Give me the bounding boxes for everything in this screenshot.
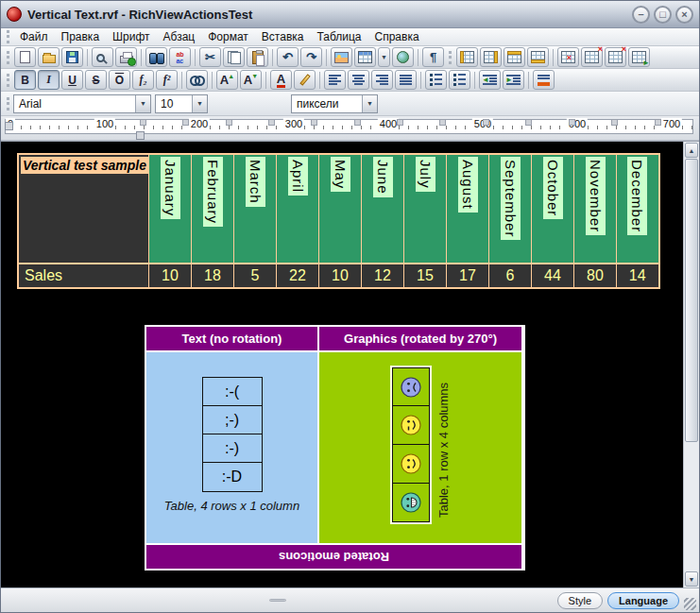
insert-row-above-button[interactable]: [504, 47, 525, 67]
column-marker[interactable]: [525, 119, 532, 126]
scrollbar-thumb[interactable]: [685, 159, 698, 442]
menu-edit[interactable]: Правка: [55, 28, 107, 45]
readability-button[interactable]: [186, 70, 208, 90]
copy-button[interactable]: [223, 47, 245, 67]
undo-button[interactable]: ↶: [277, 47, 299, 67]
column-marker[interactable]: [483, 119, 489, 126]
toolbar-table-grip[interactable]: [449, 51, 452, 64]
print-button[interactable]: [115, 47, 137, 67]
graphic-emoticons-cell[interactable]: Table, 1 row x 4 columns: [319, 352, 521, 543]
horizontal-ruler[interactable]: 0 100 200 300 400 500 600 700: [1, 116, 699, 141]
numbered-list-button[interactable]: [449, 70, 470, 90]
shrink-font-button[interactable]: A▼: [240, 70, 262, 90]
highlight-button[interactable]: [294, 70, 316, 90]
toolbar2-grip[interactable]: [7, 74, 9, 87]
italic-button[interactable]: I: [38, 70, 60, 90]
insert-picture-button[interactable]: [331, 47, 352, 67]
statusbar-handle[interactable]: [269, 599, 286, 602]
column-marker[interactable]: [354, 119, 361, 126]
superscript-button[interactable]: f²: [156, 70, 178, 90]
hyperlink-button[interactable]: [392, 47, 414, 67]
month-cell[interactable]: May: [319, 154, 362, 264]
merge-cells-button[interactable]: ►: [628, 47, 650, 67]
print-preview-button[interactable]: [92, 47, 113, 67]
insert-table-dropdown[interactable]: ▼: [378, 47, 390, 67]
insert-row-below-button[interactable]: [527, 47, 549, 67]
indent-marker[interactable]: [5, 122, 13, 130]
redo-button[interactable]: ↷: [300, 47, 322, 67]
column-marker[interactable]: [569, 119, 575, 126]
month-cell[interactable]: October: [532, 154, 574, 264]
new-document-button[interactable]: [14, 47, 36, 67]
column-marker[interactable]: [397, 119, 403, 126]
column-marker[interactable]: [226, 119, 232, 126]
indent-marker[interactable]: [136, 131, 145, 140]
increase-indent-button[interactable]: ►: [503, 70, 524, 90]
menu-paragraph[interactable]: Абзац: [157, 28, 202, 45]
delete-rows-button[interactable]: ×: [557, 47, 579, 67]
find-button[interactable]: [145, 47, 167, 67]
scroll-down-button[interactable]: ▼: [685, 571, 698, 587]
month-cell[interactable]: June: [362, 154, 404, 264]
replace-button[interactable]: abac: [169, 47, 191, 67]
fontbar-grip[interactable]: [7, 97, 9, 111]
menu-file[interactable]: Файл: [13, 28, 55, 45]
decrease-indent-button[interactable]: ◄: [479, 70, 501, 90]
language-button[interactable]: Language: [607, 592, 679, 609]
grow-font-button[interactable]: A▲: [216, 70, 238, 90]
column-marker[interactable]: [268, 119, 275, 126]
column-marker[interactable]: [611, 119, 618, 126]
caption-cell[interactable]: Vertical test sample: [18, 154, 149, 264]
font-size-select[interactable]: 10 ▼: [155, 94, 208, 113]
underline-button[interactable]: U: [61, 70, 83, 90]
close-button[interactable]: ×: [675, 6, 693, 24]
column-marker[interactable]: [311, 119, 317, 126]
bold-button[interactable]: B: [14, 70, 36, 90]
menu-grip[interactable]: [7, 30, 9, 43]
insert-column-right-button[interactable]: [480, 47, 502, 67]
resize-grip[interactable]: [684, 598, 696, 610]
insert-table-button[interactable]: [354, 47, 376, 67]
cut-button[interactable]: ✂: [199, 47, 221, 67]
paragraph-color-button[interactable]: [533, 70, 555, 90]
strikethrough-button[interactable]: S: [85, 70, 107, 90]
scroll-up-button[interactable]: ▲: [685, 143, 698, 158]
insert-column-left-button[interactable]: [456, 47, 478, 67]
align-right-button[interactable]: [371, 70, 393, 90]
overline-button[interactable]: O: [109, 70, 130, 90]
subscript-button[interactable]: f₂: [132, 70, 154, 90]
sales-table[interactable]: Vertical test sample January February Ma…: [17, 153, 660, 289]
menu-font[interactable]: Шрифт: [106, 28, 156, 45]
align-center-button[interactable]: [348, 70, 369, 90]
column-marker[interactable]: [182, 119, 189, 126]
toolbar1-grip[interactable]: [7, 51, 9, 64]
align-left-button[interactable]: [324, 70, 346, 90]
column-marker[interactable]: [655, 119, 661, 126]
month-cell[interactable]: September: [489, 154, 532, 264]
column-marker[interactable]: [140, 119, 146, 126]
title-bar[interactable]: Vertical Text.rvf - RichViewActionsTest …: [1, 1, 699, 28]
month-cell[interactable]: March: [234, 154, 277, 264]
open-button[interactable]: [38, 47, 60, 67]
month-cell[interactable]: July: [404, 154, 447, 264]
menu-table[interactable]: Таблица: [310, 28, 367, 45]
style-button[interactable]: Style: [557, 592, 603, 609]
show-formatting-button[interactable]: ¶: [422, 47, 444, 67]
text-emoticons-cell[interactable]: :-( ;-) :-) :-D Table, 4 rows x 1 column: [146, 352, 317, 543]
menu-insert[interactable]: Вставка: [255, 28, 311, 45]
minimize-button[interactable]: –: [632, 6, 650, 24]
delete-columns-button[interactable]: ×: [581, 47, 603, 67]
month-cell[interactable]: August: [447, 154, 489, 264]
font-name-select[interactable]: Arial ▼: [13, 94, 151, 113]
vertical-scrollbar[interactable]: ▲ ▼: [683, 142, 699, 587]
month-cell[interactable]: April: [277, 154, 319, 264]
justify-button[interactable]: [395, 70, 417, 90]
bullet-list-button[interactable]: [425, 70, 447, 90]
scrollbar-track[interactable]: [684, 442, 699, 570]
month-cell[interactable]: November: [574, 154, 617, 264]
month-cell[interactable]: February: [192, 154, 234, 264]
emoticons-table[interactable]: Text (no rotation) Graphics (rotated by …: [145, 325, 525, 570]
month-cell[interactable]: January: [149, 154, 192, 264]
font-color-button[interactable]: A: [270, 70, 292, 90]
maximize-button[interactable]: □: [654, 6, 672, 24]
